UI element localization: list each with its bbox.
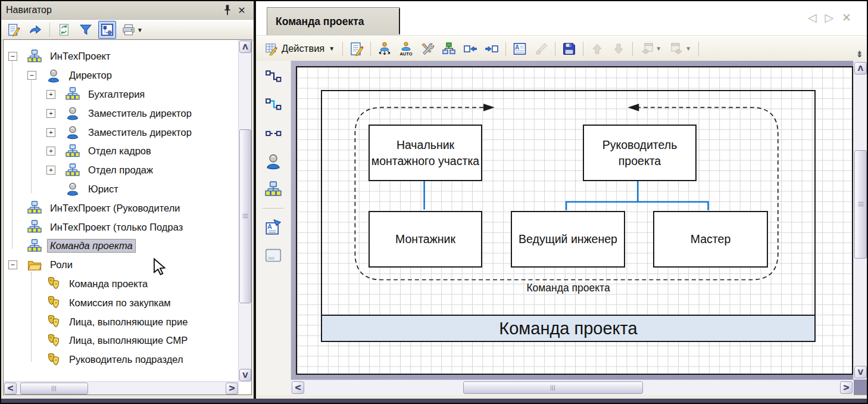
stencil-spacer (256, 380, 291, 395)
pin-icon[interactable] (220, 3, 235, 17)
tab-komanda-proekta[interactable]: Команда проекта (267, 7, 400, 36)
tree-item[interactable]: +Юрист (4, 180, 239, 199)
tree-item[interactable]: −Директор (4, 66, 239, 85)
orgchart-icon (65, 163, 80, 178)
orgchart-assign-button[interactable] (439, 39, 458, 58)
layout-subordinates-icon (377, 42, 392, 56)
scroll-thumb[interactable] (20, 383, 88, 394)
scroll-thumb[interactable] (239, 129, 251, 303)
redo-icon (28, 23, 42, 37)
connector-dark-icon[interactable] (263, 68, 283, 87)
org-box-nachalnik[interactable]: Начальник монтажного участка (369, 125, 482, 181)
sync-window-icon (100, 23, 114, 37)
redo-button[interactable] (26, 21, 44, 39)
scroll-down-button[interactable]: ᐯ (239, 369, 251, 381)
export-window-button[interactable]: ▼ (667, 39, 694, 58)
filter-button[interactable] (77, 21, 95, 39)
printer-icon (121, 23, 136, 37)
edit-button[interactable] (347, 39, 366, 58)
format-brush-button[interactable] (532, 39, 551, 58)
tree-item[interactable]: +Отдел продаж (4, 161, 239, 180)
scroll-left-button[interactable]: ᐸ (292, 381, 304, 394)
text-callout-icon[interactable]: A (263, 217, 283, 237)
tree-item[interactable]: +ИнТехПроект (Руководители (4, 198, 239, 217)
tree-item[interactable]: −Роли (4, 256, 239, 275)
insert-before-button[interactable] (461, 39, 480, 58)
navigator-panel: Навигатор ✕ ▼ −ИнТехПроект −Директор +Бу… (1, 1, 254, 399)
chevron-down-icon: ▼ (137, 27, 143, 33)
connector-blue-icon[interactable] (263, 96, 283, 115)
tree-vertical-scrollbar[interactable]: ᐱ ᐯ (238, 40, 251, 382)
editor-toolbar: Действия ▼ AUTO A ▼ ▼ ⇟ (256, 35, 867, 62)
scroll-right-button[interactable]: ᐳ (840, 381, 853, 394)
close-icon[interactable]: ✕ (235, 3, 249, 17)
orgchart-icon (65, 87, 80, 101)
org-box-montazhnik[interactable]: Монтажник (369, 211, 482, 268)
frame-title-icon[interactable] (263, 245, 283, 265)
text-block-icon: A (513, 42, 527, 56)
tree-item[interactable]: +Команда проекта (4, 275, 239, 294)
collapse-toggle[interactable]: − (8, 260, 17, 269)
insert-after-button[interactable] (482, 39, 501, 58)
scroll-left-button[interactable]: ᐸ (4, 383, 17, 394)
tree-item[interactable]: +Заместитель директор (4, 123, 239, 142)
tree-horizontal-scrollbar[interactable]: ᐸ ᐳ (4, 381, 239, 394)
tree-item[interactable]: −ИнТехПроект (4, 47, 239, 66)
scroll-up-button[interactable]: ᐱ (239, 41, 251, 53)
expand-toggle[interactable]: + (46, 109, 55, 118)
import-window-button[interactable]: ▼ (637, 39, 664, 58)
org-box-rukovoditel[interactable]: Руководитель проекта (583, 125, 697, 181)
toolbar-overflow-icon[interactable]: ⇟ (855, 49, 863, 60)
person-icon (65, 106, 80, 120)
edit-button[interactable] (5, 21, 23, 39)
diagram-page[interactable]: Начальник монтажного участка Руководител… (296, 66, 853, 375)
connector-dashed-icon[interactable] (263, 124, 283, 143)
canvas-horizontal-scrollbar[interactable]: ᐸ ᐳ (291, 380, 854, 395)
tree-item[interactable]: +Бухгалтерия (4, 85, 239, 104)
tree-item[interactable]: +Заместитель директор (4, 104, 239, 123)
org-box-master[interactable]: Мастер (653, 211, 768, 268)
expand-toggle[interactable]: + (46, 90, 55, 99)
save-button[interactable] (560, 39, 579, 58)
department-orgchart-icon[interactable] (263, 180, 283, 199)
sync-window-button[interactable] (98, 21, 116, 39)
next-tab-icon[interactable]: ▷ (825, 11, 833, 24)
position-person-icon[interactable] (263, 152, 283, 171)
tree-item[interactable]: +Комиссия по закупкам (4, 293, 239, 312)
diagram-canvas[interactable]: Начальник монтажного участка Руководител… (291, 61, 853, 380)
diagram-title-bar[interactable]: Команда проекта (321, 315, 816, 342)
scroll-right-button[interactable]: ᐳ (226, 383, 238, 394)
collapse-toggle[interactable]: − (8, 52, 17, 61)
separator (263, 208, 284, 209)
org-box-vedushchiy[interactable]: Ведущий инженер (511, 211, 625, 268)
auto-layout-button[interactable]: AUTO (396, 39, 416, 58)
scroll-up-button[interactable]: ᐱ (854, 62, 867, 74)
actions-button[interactable]: Действия ▼ (261, 41, 338, 57)
tree-item[interactable]: +ИнТехПроект (только Подраз (4, 217, 239, 237)
scroll-thumb[interactable] (854, 150, 867, 259)
text-block-button[interactable]: A (510, 39, 529, 58)
settings-tools-button[interactable] (418, 39, 437, 58)
tree-item[interactable]: +Лица, выполняющие СМР (4, 331, 239, 350)
tree-item[interactable]: +Отдел кадров (4, 142, 239, 161)
expand-toggle[interactable]: + (46, 166, 55, 175)
role-mask-icon (46, 334, 61, 348)
scroll-thumb[interactable] (463, 381, 643, 394)
tree-item[interactable]: +Лица, выполняющие прие (4, 312, 239, 331)
move-up-button[interactable] (588, 39, 607, 58)
collapse-toggle[interactable]: − (27, 71, 36, 80)
scroll-down-button[interactable]: ᐯ (854, 366, 867, 378)
canvas-vertical-scrollbar[interactable]: ᐱ ᐯ (853, 61, 867, 380)
window-bottom-edge (1, 399, 867, 403)
svg-text:A: A (515, 43, 519, 50)
expand-toggle[interactable]: + (46, 147, 55, 156)
tree-item[interactable]: +Руководитель подраздел (4, 350, 239, 369)
layout-subordinates-button[interactable] (375, 39, 394, 58)
tree-item-selected[interactable]: +Команда проекта (4, 237, 239, 256)
expand-toggle[interactable]: + (46, 128, 55, 137)
print-button[interactable]: ▼ (120, 21, 145, 39)
prev-tab-icon[interactable]: ◁ (808, 11, 817, 24)
refresh-button[interactable] (55, 21, 73, 39)
close-tab-icon[interactable]: ✕ (842, 11, 851, 24)
move-down-button[interactable] (609, 39, 628, 58)
